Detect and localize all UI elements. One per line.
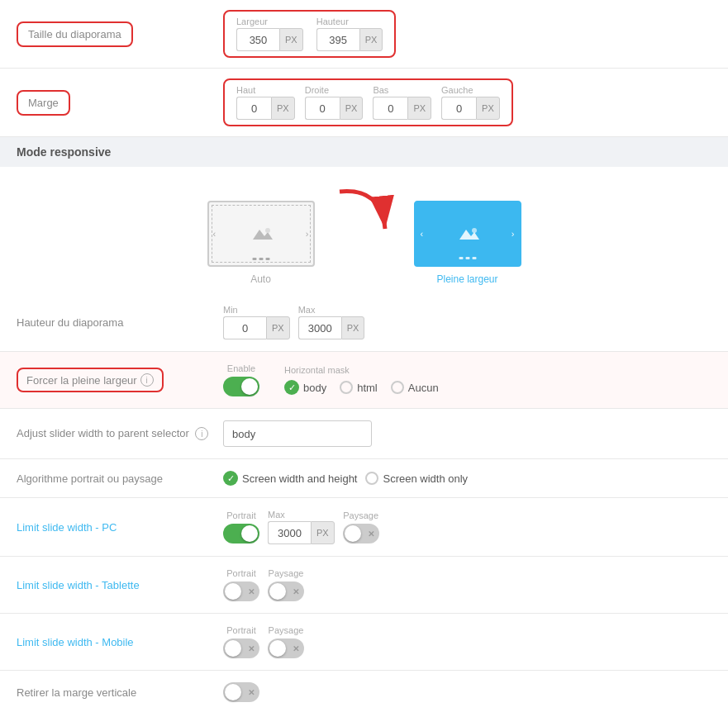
mob-portrait-x: ✕: [248, 644, 255, 653]
resize-handles: [212, 205, 311, 263]
aucun-option[interactable]: Aucun: [391, 381, 439, 394]
tab-portrait-knob: [225, 583, 241, 600]
pc-portrait-knob: [241, 525, 258, 542]
forcer-toggle[interactable]: [223, 377, 259, 396]
preview-area: ‹ › Auto ‹: [0, 167, 728, 293]
auto-preview: ‹ › Auto: [207, 201, 315, 285]
droite-group: Droite PX: [305, 85, 364, 120]
limit-pc-content: Portrait Max PX Paysage ✕: [223, 510, 711, 544]
horizontal-mask-label: Horizontal mask: [284, 365, 439, 375]
gauche-label: Gauche: [441, 85, 500, 95]
forcer-label-wrapper: Forcer la pleine largeur i: [17, 368, 223, 392]
screen-wh-option[interactable]: ✓ Screen width and height: [223, 471, 357, 486]
limit-pc-section: Limit slide width - PC Portrait Max PX P…: [0, 498, 728, 557]
mob-paysage-label: Paysage: [269, 625, 304, 635]
min-group: Min PX: [223, 305, 290, 339]
pleine-preview-box[interactable]: ‹ ›: [414, 201, 521, 267]
marge-section: Marge Haut PX Droite PX Bas PX Gauche: [0, 69, 728, 137]
pc-paysage-toggle[interactable]: ✕: [343, 524, 379, 543]
retirer-knob: [225, 684, 241, 700]
mob-paysage-x: ✕: [293, 644, 299, 653]
tab-paysage-x: ✕: [293, 587, 299, 596]
hauteur-input[interactable]: [316, 28, 359, 51]
max-group: Max PX: [298, 305, 365, 339]
screen-wh-label: Screen width and height: [242, 472, 357, 485]
html-label: html: [357, 382, 378, 394]
pc-portrait-group: Portrait: [223, 510, 259, 543]
html-option[interactable]: html: [340, 381, 378, 394]
html-radio: [340, 381, 353, 394]
tab-portrait-group: Portrait ✕: [223, 568, 259, 601]
adjust-section: Adjust slider width to parent selector i: [0, 409, 728, 459]
pc-portrait-toggle[interactable]: [223, 524, 259, 543]
haut-input[interactable]: [236, 97, 271, 120]
algo-content: ✓ Screen width and height Screen width o…: [223, 471, 711, 486]
largeur-label: Largeur: [236, 17, 303, 26]
max-input[interactable]: [298, 316, 341, 339]
retirer-label: Retirer la marge verticale: [17, 686, 223, 699]
adjust-content: [223, 420, 711, 447]
haut-label: Haut: [236, 85, 295, 95]
marge-label: Marge: [28, 97, 59, 109]
limit-pc-label: Limit slide width - PC: [17, 521, 223, 534]
gauche-input[interactable]: [441, 97, 476, 120]
largeur-group: Largeur PX: [236, 17, 303, 51]
forcer-info-icon[interactable]: i: [140, 373, 154, 387]
pleine-preview: ‹ › Pleine largeur: [414, 201, 521, 285]
hauteur-diaporama-label: Hauteur du diaporama: [17, 316, 223, 329]
droite-input[interactable]: [305, 97, 340, 120]
mob-paysage-toggle[interactable]: ✕: [268, 638, 304, 658]
hauteur-input-group: PX: [316, 28, 383, 51]
min-input[interactable]: [223, 316, 266, 339]
bas-input[interactable]: [373, 97, 407, 120]
pleine-mountain-icon: [454, 225, 481, 243]
algo-label: Algorithme portrait ou paysage: [17, 472, 223, 485]
screen-wh-check: ✓: [223, 471, 238, 486]
tab-paysage-toggle[interactable]: ✕: [268, 581, 304, 601]
tab-paysage-label: Paysage: [269, 568, 304, 578]
enable-label: Enable: [227, 363, 255, 373]
hauteur-label: Hauteur: [316, 17, 383, 26]
pleine-arrow-right: ›: [512, 229, 515, 239]
bas-group: Bas PX: [373, 85, 431, 120]
adjust-info-icon[interactable]: i: [195, 427, 208, 440]
auto-label: Auto: [250, 273, 271, 285]
auto-arrow-right: ›: [306, 229, 309, 239]
toggle-knob: [241, 378, 258, 395]
limit-tablette-section: Limit slide width - Tablette Portrait ✕ …: [0, 557, 728, 614]
haut-px: PX: [271, 97, 295, 120]
pc-max-px: PX: [311, 521, 335, 544]
largeur-px: PX: [279, 28, 303, 51]
tab-portrait-x: ✕: [248, 587, 255, 596]
aucun-label: Aucun: [408, 382, 439, 394]
body-option[interactable]: ✓ body: [284, 380, 326, 395]
pc-portrait-label: Portrait: [226, 510, 255, 520]
gauche-px: PX: [476, 97, 500, 120]
forcer-content: Enable Horizontal mask ✓ body html Aucun: [223, 363, 711, 396]
hauteur-diaporama-section: Hauteur du diaporama Min PX Max PX: [0, 293, 728, 352]
pc-max-label: Max: [268, 510, 335, 520]
body-label: body: [303, 382, 326, 394]
adjust-label: Adjust slider width to parent selector: [17, 427, 189, 439]
screen-w-radio: [365, 472, 378, 485]
pc-max-input[interactable]: [268, 521, 311, 544]
haut-group: Haut PX: [236, 85, 295, 120]
tab-portrait-toggle[interactable]: ✕: [223, 581, 259, 601]
droite-label: Droite: [305, 85, 364, 95]
mob-paysage-knob: [269, 640, 286, 657]
auto-preview-box[interactable]: ‹ ›: [207, 201, 315, 267]
limit-mobile-label: Limit slide width - Mobile: [17, 636, 223, 648]
largeur-input-group: PX: [236, 28, 303, 51]
marge-label-wrapper: Marge: [17, 90, 223, 116]
largeur-input[interactable]: [236, 28, 279, 51]
screen-w-label: Screen width only: [383, 472, 468, 485]
auto-dots: [252, 258, 269, 260]
pc-max-group: Max PX: [268, 510, 335, 544]
hauteur-group: Hauteur PX: [316, 17, 383, 51]
adjust-input[interactable]: [223, 420, 372, 447]
retirer-toggle[interactable]: ✕: [223, 682, 259, 702]
mob-portrait-toggle[interactable]: ✕: [223, 638, 259, 658]
min-label: Min: [223, 305, 290, 315]
max-px: PX: [341, 316, 365, 339]
screen-w-option[interactable]: Screen width only: [365, 472, 468, 485]
